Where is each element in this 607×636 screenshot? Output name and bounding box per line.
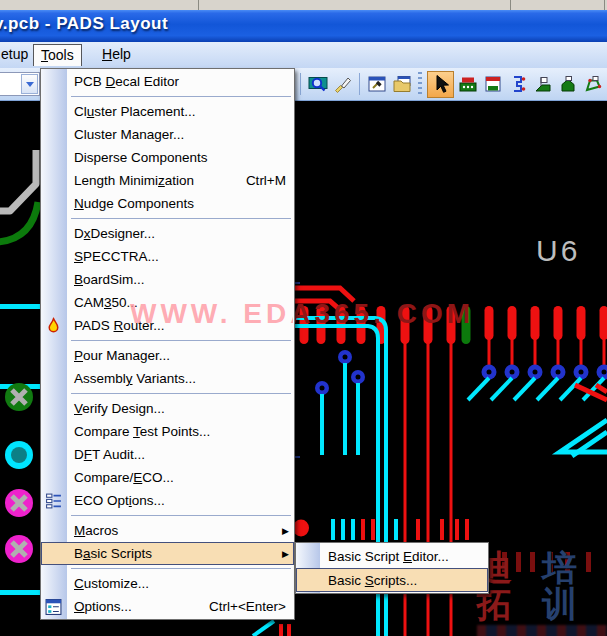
menu-item-label: Compare/ECO...: [74, 470, 174, 485]
menu-item-dft-audit[interactable]: DFT Audit...: [41, 443, 294, 466]
menu-item-label: Assembly Variants...: [74, 371, 196, 386]
menu-item-label: ECO Options...: [74, 493, 165, 508]
menu-item-label: Pour Manager...: [74, 348, 170, 363]
menu-setup-partial[interactable]: etup: [0, 44, 35, 65]
menu-item-label: DFT Audit...: [74, 447, 145, 462]
menu-item-eco-options[interactable]: ECO Options...: [41, 489, 294, 512]
toolbar-separator: [300, 73, 301, 95]
menu-item-label: Cluster Manager...: [74, 127, 184, 142]
layer-combo-box[interactable]: [0, 72, 40, 96]
menu-separator: [41, 512, 294, 519]
eco-icon: [45, 492, 62, 509]
menu-item-shortcut: Ctrl+<Enter>: [197, 599, 286, 614]
menu-item-disperse-components[interactable]: Disperse Components: [41, 146, 294, 169]
options-icon: [45, 598, 62, 615]
brand-watermark-subtext: [477, 625, 607, 636]
menu-item-specctra[interactable]: SPECCTRA...: [41, 245, 294, 268]
menu-help[interactable]: Help: [95, 44, 138, 65]
toolbar-separator: [359, 73, 360, 95]
menu-item-compare-eco[interactable]: Compare/ECO...: [41, 466, 294, 489]
menu-item-label: BoardSim...: [74, 272, 145, 287]
menu-item-customize[interactable]: Customize...: [41, 572, 294, 595]
menu-item-nudge-components[interactable]: Nudge Components: [41, 192, 294, 215]
menu-item-label: Options...: [74, 599, 132, 614]
library-folder-icon[interactable]: [390, 73, 413, 96]
menu-separator: [41, 390, 294, 397]
site-watermark-light: WWW. EDA365. COM: [40, 296, 293, 338]
menu-item-label: Disperse Components: [74, 150, 208, 165]
menu-item-boardsim[interactable]: BoardSim...: [41, 268, 294, 291]
tools-menu-items: PCB Decal EditorCluster Placement...Clus…: [41, 70, 294, 618]
menu-item-label: Basic Script Editor...: [328, 549, 449, 564]
edge-divider: [604, 0, 605, 10]
menu-item-label: Compare Test Points...: [74, 424, 210, 439]
menu-item-pour-manager[interactable]: Pour Manager...: [41, 344, 294, 367]
design-rule-tool-icon[interactable]: [481, 73, 504, 96]
menu-item-macros[interactable]: Macros▶: [41, 519, 294, 542]
edge-divider: [198, 0, 199, 10]
menu-item-cluster-manager[interactable]: Cluster Manager...: [41, 123, 294, 146]
submenu-items: Basic Script Editor...Basic Scripts...: [296, 544, 488, 592]
menu-separator: [41, 93, 294, 100]
menu-item-basic-scripts[interactable]: Basic Scripts▶: [41, 542, 294, 565]
menu-item-label: Nudge Components: [74, 196, 194, 211]
tools-menu: PCB Decal EditorCluster Placement...Clus…: [40, 68, 295, 620]
brand-watermark: 迪拓 培训: [477, 550, 607, 636]
pads-layout-window: v.pcb - PADS Layout etup Tools Help: [0, 0, 607, 636]
menu-item-cluster-placement[interactable]: Cluster Placement...: [41, 100, 294, 123]
menu-item-label: Macros: [74, 523, 118, 538]
outer-window-edge: [0, 0, 607, 10]
menu-item-label: Basic Scripts: [74, 546, 152, 561]
menu-item-label: Basic Scripts...: [328, 573, 417, 588]
menubar: etup Tools Help: [0, 42, 607, 68]
chevron-down-icon: [26, 82, 34, 87]
menu-item-basic-script-editor[interactable]: Basic Script Editor...: [296, 544, 488, 568]
menu-item-label: Length Minimization: [74, 173, 194, 188]
home-tool-icon[interactable]: [556, 73, 579, 96]
brush-tool-icon[interactable]: [331, 73, 354, 96]
select-arrow-icon[interactable]: [427, 71, 454, 98]
menu-item-label: DxDesigner...: [74, 226, 155, 241]
menu-separator: [41, 337, 294, 344]
menu-item-label: Verify Design...: [74, 401, 165, 416]
menu-item-compare-test-points[interactable]: Compare Test Points...: [41, 420, 294, 443]
titlebar[interactable]: v.pcb - PADS Layout: [0, 10, 607, 42]
menu-tools[interactable]: Tools: [33, 44, 82, 66]
menu-item-options[interactable]: Options...Ctrl+<Enter>: [41, 595, 294, 618]
menu-item-dxdesigner[interactable]: DxDesigner...: [41, 222, 294, 245]
menu-item-shortcut: Ctrl+M: [234, 173, 286, 188]
zoom-tool-icon[interactable]: [306, 73, 329, 96]
menu-separator: [41, 215, 294, 222]
pin-flag-tool-icon[interactable]: [531, 73, 554, 96]
edge-divider: [510, 0, 511, 10]
menu-item-assembly-variants[interactable]: Assembly Variants...: [41, 367, 294, 390]
toolbar-grip[interactable]: [418, 72, 422, 96]
window-title: v.pcb - PADS Layout: [0, 14, 168, 34]
menu-separator: [41, 565, 294, 572]
menu-item-basic-scripts[interactable]: Basic Scripts...: [296, 568, 488, 592]
submenu-arrow-icon: ▶: [282, 526, 289, 536]
menu-item-label: Cluster Placement...: [74, 104, 196, 119]
menu-item-pcb-decal-editor[interactable]: PCB Decal Editor: [41, 70, 294, 93]
menu-item-verify-design[interactable]: Verify Design...: [41, 397, 294, 420]
menu-item-length-minimization[interactable]: Length MinimizationCtrl+M: [41, 169, 294, 192]
site-watermark-dark: WWW. EDA365. COM: [293, 296, 607, 338]
component-ref-des: U6: [536, 234, 580, 268]
brand-watermark-text: 迪拓 培训: [477, 550, 607, 622]
combo-dropdown-button[interactable]: [21, 74, 38, 94]
menu-item-label: SPECCTRA...: [74, 249, 159, 264]
component-tool-icon[interactable]: [456, 73, 479, 96]
submenu-arrow-icon: ▶: [282, 549, 289, 559]
menu-item-label: PCB Decal Editor: [74, 74, 179, 89]
polygon-tool-icon[interactable]: [581, 73, 604, 96]
toolbar-icons: [297, 70, 607, 98]
menu-item-label: Customize...: [74, 576, 149, 591]
measure-tool-icon[interactable]: [506, 73, 529, 96]
basic-scripts-submenu: Basic Script Editor...Basic Scripts...: [295, 542, 489, 594]
decal-editor-window-icon[interactable]: [365, 73, 388, 96]
